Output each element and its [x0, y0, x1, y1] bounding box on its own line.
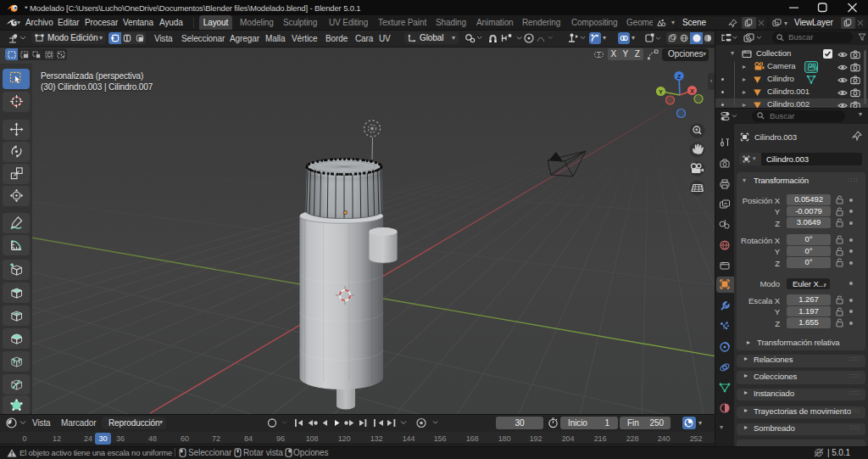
svg-text:Z: Z [677, 73, 682, 81]
svg-text:X: X [690, 87, 694, 95]
svg-text:Y: Y [659, 88, 663, 96]
